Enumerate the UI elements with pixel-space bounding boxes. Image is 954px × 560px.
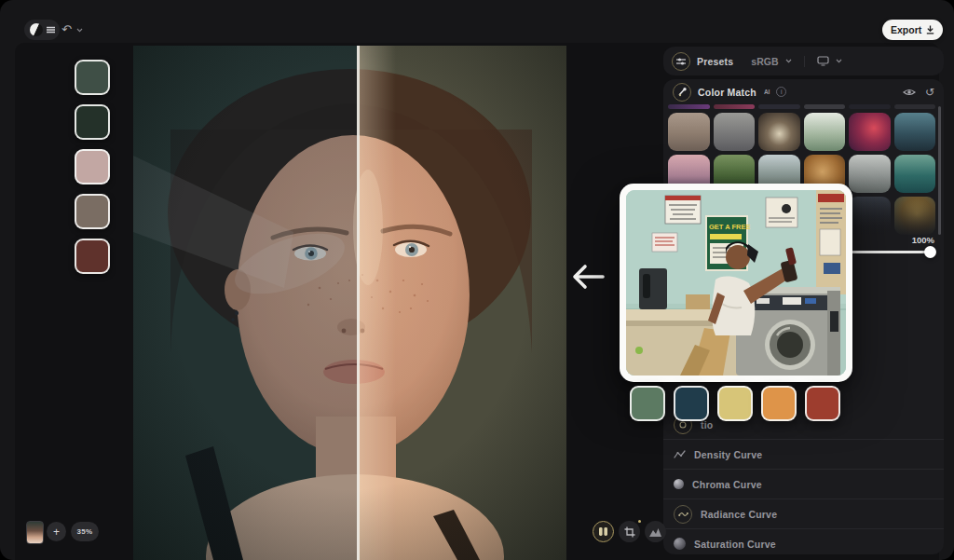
color-match-title: Color Match xyxy=(698,87,756,98)
divider xyxy=(804,56,805,67)
saturation-curve-icon xyxy=(674,538,686,550)
crop-button[interactable] xyxy=(619,521,640,542)
download-icon xyxy=(926,25,934,34)
grid-scrollbar[interactable] xyxy=(938,106,941,235)
radiance-curve-item[interactable]: Radiance Curve xyxy=(663,499,944,528)
chroma-curve-item[interactable]: Chroma Curve xyxy=(663,469,944,499)
presets-bar: Presets sRGB xyxy=(663,47,944,75)
undo-history-chevron-icon[interactable] xyxy=(76,28,83,33)
export-label: Export xyxy=(891,24,921,35)
hamburger-menu-icon xyxy=(47,26,55,34)
swatch-ref-1[interactable] xyxy=(630,386,665,421)
poster-text: GET A FREE xyxy=(709,223,750,231)
histogram-icon xyxy=(649,527,661,537)
swatch-ref-2[interactable] xyxy=(674,386,709,421)
split-compare-icon xyxy=(598,526,608,537)
presets-label: Presets xyxy=(697,56,733,67)
thumbnail-phone-portrait[interactable] xyxy=(849,197,891,235)
swatch-extracted-5[interactable] xyxy=(75,239,110,274)
compare-divider xyxy=(357,46,360,560)
thumbnail-mustard-traveler[interactable] xyxy=(894,197,936,235)
histogram-button[interactable] xyxy=(645,521,666,542)
reference-palette xyxy=(630,386,840,421)
swatch-ref-3[interactable] xyxy=(717,386,753,421)
thumbnail-sliver-4[interactable] xyxy=(804,104,846,109)
swatch-extracted-4[interactable] xyxy=(75,194,110,229)
reference-photo: GET A FREE xyxy=(626,190,846,376)
image-layer-thumbnail[interactable] xyxy=(26,521,44,544)
visibility-eye-icon[interactable] xyxy=(903,88,916,97)
density-curve-icon xyxy=(674,449,686,459)
export-button[interactable]: Export xyxy=(882,20,943,40)
saturation-curve-item[interactable]: Saturation Curve xyxy=(663,528,944,554)
presets-icon[interactable] xyxy=(672,52,690,71)
reference-image-card[interactable]: GET A FREE xyxy=(620,184,852,382)
thumbnail-sliver-2[interactable] xyxy=(714,104,756,109)
density-curve-item[interactable]: Density Curve xyxy=(663,439,944,469)
swatch-ref-4[interactable] xyxy=(761,386,797,421)
info-icon[interactable]: i xyxy=(776,87,786,97)
swatch-extracted-3[interactable] xyxy=(75,149,110,184)
undo-button[interactable]: ↶ xyxy=(61,21,72,38)
display-profile-chevron-icon[interactable] xyxy=(836,59,842,63)
color-match-icon xyxy=(673,83,691,102)
display-profile-icon[interactable] xyxy=(817,56,829,66)
app-logo-icon xyxy=(30,23,43,36)
thumbnail-sliver-1[interactable] xyxy=(668,104,710,109)
crop-icon xyxy=(624,526,635,538)
swatch-extracted-1[interactable] xyxy=(75,60,110,95)
zoom-level-button[interactable]: 35% xyxy=(71,522,99,541)
add-image-button[interactable]: + xyxy=(47,522,66,541)
colorspace-chevron-icon[interactable] xyxy=(785,59,792,63)
thumbnail-sliver-3[interactable] xyxy=(758,104,800,109)
chroma-curve-icon xyxy=(674,479,684,489)
thumbnail-sliver-5[interactable] xyxy=(849,104,891,109)
thumbnail-subway-car[interactable] xyxy=(894,113,936,151)
radiance-curve-icon xyxy=(674,505,692,524)
thumbnail-row xyxy=(668,104,935,109)
ai-badge: AI xyxy=(764,89,770,95)
app-menu-button[interactable] xyxy=(24,20,60,40)
thumbnail-foggy-road[interactable] xyxy=(668,113,710,151)
swatch-extracted-2[interactable] xyxy=(75,104,110,140)
reset-history-icon[interactable]: ↺ xyxy=(925,87,934,98)
thumbnail-city-street[interactable] xyxy=(714,113,756,151)
apply-left-arrow-icon[interactable] xyxy=(568,259,607,294)
slider-thumb[interactable] xyxy=(924,246,936,258)
thumbnail-tram-interior[interactable] xyxy=(758,113,800,151)
crop-modified-dot xyxy=(638,520,641,523)
colorspace-select[interactable]: sRGB xyxy=(751,56,778,67)
extracted-palette xyxy=(75,60,110,274)
thumbnail-lake-boats[interactable] xyxy=(894,155,936,193)
split-compare-button[interactable] xyxy=(593,521,614,542)
thumbnail-green-room[interactable] xyxy=(804,113,846,151)
thumbnail-sliver-6[interactable] xyxy=(894,104,936,109)
color-grading-app: ↶ Export Presets sRGB Color Match AI xyxy=(0,0,954,560)
curve-list: tio Density Curve Chroma Curve Radiance … xyxy=(663,411,944,554)
thumbnail-row xyxy=(668,113,935,151)
portrait-compare-image[interactable] xyxy=(133,46,566,560)
thumbnail-night-market[interactable] xyxy=(849,113,891,151)
swatch-ref-5[interactable] xyxy=(805,386,840,421)
thumbnail-laundromat-aisle[interactable] xyxy=(849,155,891,193)
